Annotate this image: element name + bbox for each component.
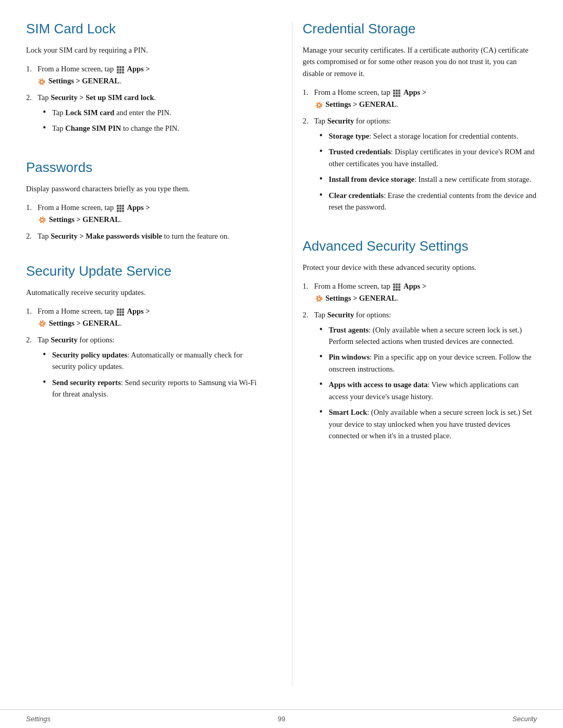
sub-item: • Clear credentials: Erase the credentia… — [314, 190, 537, 213]
step-item: 1. From a Home screen, tap — [26, 202, 261, 225]
svg-point-32 — [40, 321, 45, 327]
step-item: 1. From a Home screen, tap — [26, 305, 261, 329]
bullet-icon: • — [43, 107, 52, 118]
svg-point-54 — [316, 296, 322, 302]
settings-gear-icon — [315, 294, 323, 303]
step-item: 2. Tap Security for options: • Security … — [26, 334, 261, 404]
svg-rect-16 — [122, 207, 124, 209]
settings-gear-icon — [38, 78, 46, 86]
step-content: From a Home screen, tap — [38, 63, 261, 87]
sub-list: • Storage type: Select a storage locatio… — [314, 130, 537, 213]
tap-label: Security — [327, 117, 354, 125]
bullet-icon: • — [320, 130, 329, 142]
section-title-advanced-security-settings: Advanced Security Settings — [303, 238, 537, 254]
sub-list: • Tap Lock SIM card and enter the PIN. •… — [38, 107, 261, 134]
svg-rect-39 — [393, 95, 395, 97]
apps-grid-icon — [116, 308, 125, 316]
section-title-security-update-service: Security Update Service — [26, 263, 261, 279]
svg-rect-15 — [119, 207, 121, 209]
sub-content: Trusted credentials: Display certificate… — [329, 146, 537, 169]
svg-rect-44 — [393, 283, 395, 286]
settings-general-label: Settings > GENERAL — [49, 215, 120, 224]
section-intro-advanced-security-settings: Protect your device with these advanced … — [303, 262, 537, 273]
sub-item: • Storage type: Select a storage locatio… — [314, 130, 537, 142]
svg-rect-3 — [117, 69, 119, 71]
svg-rect-11 — [117, 205, 119, 207]
bullet-icon: • — [43, 377, 52, 400]
settings-gear-icon — [315, 101, 323, 109]
svg-rect-26 — [119, 311, 121, 313]
apps-label: Apps > — [127, 203, 150, 212]
step-number: 2. — [26, 230, 38, 242]
step-item: 2. Tap Security for options: • Trust age… — [303, 309, 537, 446]
step-content: Tap Security for options: • Security pol… — [38, 334, 261, 404]
apps-grid-icon — [393, 283, 401, 291]
page-container: SIM Card Lock Lock your SIM card by requ… — [0, 0, 563, 728]
sub-item: • Pin windows: Pin a specific app on you… — [314, 351, 537, 375]
content-area: SIM Card Lock Lock your SIM card by requ… — [0, 0, 563, 728]
settings-gear-icon — [38, 319, 46, 328]
sub-list: • Trust agents: (Only available when a s… — [314, 324, 537, 442]
step-list-security-update-service: 1. From a Home screen, tap — [26, 305, 261, 404]
svg-rect-7 — [119, 71, 121, 73]
bullet-icon: • — [320, 406, 329, 441]
section-title-sim-card-lock: SIM Card Lock — [26, 21, 261, 37]
svg-rect-8 — [122, 71, 124, 73]
step-content: From a Home screen, tap — [38, 305, 261, 329]
step-number: 2. — [26, 334, 38, 404]
settings-general-label: Settings > GENERAL — [49, 319, 120, 327]
svg-rect-2 — [122, 66, 124, 68]
section-sim-card-lock: SIM Card Lock Lock your SIM card by requ… — [26, 21, 261, 139]
step-number: 2. — [26, 92, 38, 138]
footer: Settings 99 Security — [0, 709, 563, 728]
step-item: 1. From a Home screen, tap — [303, 280, 537, 304]
section-security-update-service: Security Update Service Automatically re… — [26, 263, 261, 404]
bullet-icon: • — [320, 190, 329, 213]
svg-rect-41 — [398, 95, 400, 97]
footer-left-label: Settings — [26, 715, 51, 723]
svg-rect-23 — [119, 309, 121, 311]
sub-content: Clear credentials: Erase the credential … — [329, 190, 537, 213]
settings-general-label: Settings > GENERAL — [325, 100, 396, 108]
svg-rect-47 — [393, 286, 395, 288]
svg-rect-52 — [398, 289, 400, 291]
svg-rect-19 — [122, 210, 124, 212]
svg-rect-33 — [393, 90, 395, 92]
step-number: 1. — [26, 305, 38, 329]
svg-rect-48 — [396, 286, 398, 288]
left-column: SIM Card Lock Lock your SIM card by requ… — [26, 21, 271, 686]
bullet-icon: • — [43, 349, 52, 373]
bullet-icon: • — [43, 122, 52, 134]
apps-grid-icon — [116, 204, 125, 213]
sub-content: Trust agents: (Only available when a sec… — [329, 324, 537, 348]
step-number: 1. — [26, 63, 38, 87]
sub-content: Pin windows: Pin a specific app on your … — [329, 351, 537, 375]
sub-item: • Trusted credentials: Display certifica… — [314, 146, 537, 169]
section-credential-storage: Credential Storage Manage your security … — [303, 21, 537, 217]
svg-point-42 — [317, 104, 321, 107]
svg-rect-5 — [122, 69, 124, 71]
svg-rect-24 — [122, 309, 124, 311]
sub-list: • Security policy updates: Automatically… — [38, 349, 261, 400]
svg-rect-34 — [396, 90, 398, 92]
svg-rect-38 — [398, 92, 400, 94]
svg-point-31 — [41, 322, 44, 325]
sub-item: • Tap Change SIM PIN to change the PIN. — [38, 122, 261, 134]
svg-rect-17 — [117, 210, 119, 212]
sub-item: • Apps with access to usage data: View w… — [314, 379, 537, 402]
section-intro-credential-storage: Manage your security certificates. If a … — [303, 44, 537, 79]
svg-point-43 — [316, 102, 322, 108]
apps-grid-icon — [116, 66, 125, 74]
svg-rect-18 — [119, 210, 121, 212]
sub-content: Tap Change SIM PIN to change the PIN. — [52, 122, 261, 134]
apps-label: Apps > — [403, 88, 426, 96]
svg-rect-37 — [396, 92, 398, 94]
svg-rect-40 — [396, 95, 398, 97]
step-item: 2. Tap Security > Make passwords visible… — [26, 230, 261, 242]
step-list-credential-storage: 1. From a Home screen, tap — [303, 87, 537, 217]
svg-rect-36 — [393, 92, 395, 94]
section-advanced-security-settings: Advanced Security Settings Protect your … — [303, 238, 537, 446]
sub-content: Smart Lock: (Only available when a secur… — [329, 406, 537, 441]
svg-point-21 — [40, 217, 45, 223]
step-content: Tap Security > Set up SIM card lock. • T… — [38, 92, 261, 138]
